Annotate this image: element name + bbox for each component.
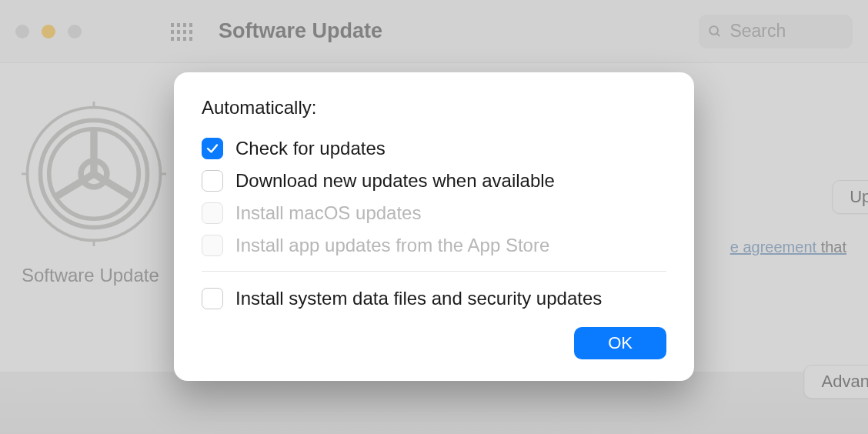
download-new-updates-label: Download new updates when available [235, 170, 555, 192]
search-input[interactable] [729, 21, 840, 42]
license-agreement-link[interactable]: e agreement that [730, 239, 846, 256]
install-security-updates-label: Install system data files and security u… [235, 288, 602, 309]
search-container[interactable] [699, 15, 853, 48]
zoom-window-button[interactable] [68, 25, 82, 38]
software-update-gear-icon [22, 102, 166, 246]
minimize-window-button[interactable] [42, 25, 55, 38]
check-for-updates-label: Check for updates [235, 138, 386, 159]
traffic-lights [15, 25, 82, 38]
install-app-store-updates-row: Install app updates from the App Store [202, 229, 666, 262]
svg-line-1 [716, 33, 719, 36]
install-macos-updates-row: Install macOS updates [202, 197, 666, 229]
install-macos-updates-label: Install macOS updates [235, 202, 421, 224]
check-for-updates-row[interactable]: Check for updates [202, 132, 666, 165]
install-security-updates-checkbox[interactable] [202, 288, 223, 309]
sheet-divider [202, 271, 666, 272]
download-new-updates-row[interactable]: Download new updates when available [202, 165, 666, 197]
close-window-button[interactable] [15, 25, 29, 38]
check-for-updates-checkbox[interactable] [202, 138, 223, 159]
advanced-button[interactable]: Advanced [804, 365, 868, 399]
sheet-heading: Automatically: [202, 97, 666, 119]
install-security-updates-row[interactable]: Install system data files and security u… [202, 282, 666, 315]
license-agreement-tail-text: that [816, 239, 846, 255]
window-title: Software Update [219, 19, 382, 43]
svg-point-0 [709, 26, 718, 35]
install-app-store-updates-label: Install app updates from the App Store [235, 235, 549, 256]
search-icon [708, 23, 722, 40]
nav-arrows [112, 25, 140, 38]
window-toolbar: Software Update [0, 0, 868, 63]
install-macos-updates-checkbox [202, 202, 223, 224]
update-now-button[interactable]: Update [832, 180, 868, 214]
sheet-button-row: OK [202, 327, 666, 359]
license-agreement-link-text: e agreement [730, 239, 816, 255]
install-app-store-updates-checkbox [202, 235, 223, 256]
window-footer [0, 372, 868, 434]
download-new-updates-checkbox[interactable] [202, 170, 223, 192]
advanced-options-sheet: Automatically: Check for updates Downloa… [174, 72, 694, 381]
show-all-prefs-button[interactable] [171, 23, 192, 40]
ok-button[interactable]: OK [574, 327, 666, 359]
checkmark-icon [205, 142, 219, 155]
